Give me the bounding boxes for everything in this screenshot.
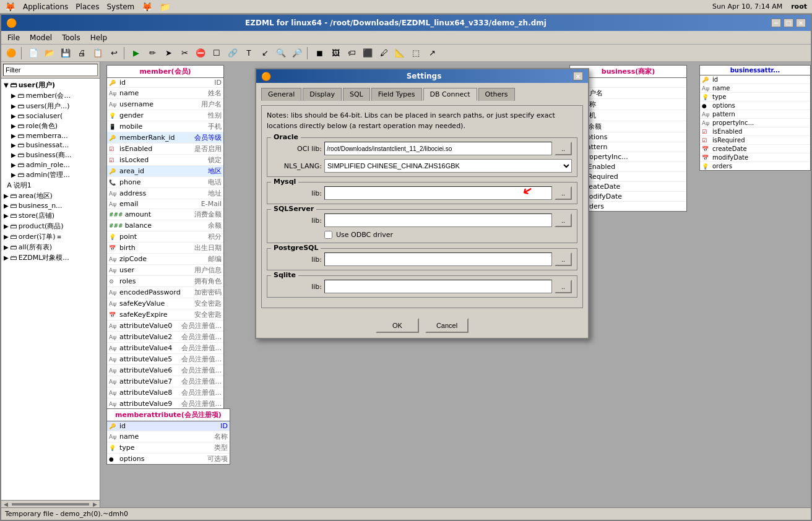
member-field-av7[interactable]: Aψ attributeValue7 会员注册值... bbox=[107, 376, 223, 387]
member-field-username[interactable]: Aψ username 用户名 bbox=[107, 99, 223, 110]
toolbar-text[interactable]: T bbox=[241, 46, 256, 60]
toolbar-link[interactable]: 🔗 bbox=[225, 46, 240, 60]
member-field-id[interactable]: 🔑 id ID bbox=[107, 78, 223, 88]
tree-item-admin[interactable]: ▶ 🗃 admin(管理... bbox=[10, 170, 98, 180]
tab-db-connect[interactable]: DB Connect bbox=[423, 88, 477, 101]
battr-field-orders[interactable]: 💡 orders bbox=[700, 162, 810, 170]
member-field-av9[interactable]: Aψ attributeValue9 会员注册值... bbox=[107, 398, 223, 409]
battr-field-modify[interactable]: 📅 modifyDate bbox=[700, 153, 810, 162]
menu-help[interactable]: Help bbox=[87, 32, 111, 43]
member-field-area[interactable]: 🔑 area_id 地区 bbox=[107, 166, 223, 177]
toolbar-edit[interactable]: ✏ bbox=[145, 46, 160, 60]
member-field-user[interactable]: Aψ user 用户信息 bbox=[107, 265, 223, 276]
maximize-button[interactable]: □ bbox=[784, 19, 793, 27]
member-field-av6[interactable]: Aψ attributeValue6 会员注册值... bbox=[107, 365, 223, 376]
ok-button[interactable]: OK bbox=[376, 318, 419, 333]
mysql-browse-button[interactable]: .. bbox=[555, 186, 572, 200]
ma-field-options[interactable]: ● options 可选项 bbox=[107, 454, 230, 464]
member-field-amount[interactable]: ### amount 消费金额 bbox=[107, 209, 223, 220]
toolbar-run[interactable]: ▶ bbox=[129, 46, 144, 60]
tree-item-note[interactable]: A 说明1 bbox=[2, 180, 98, 191]
system-menu[interactable]: System bbox=[106, 2, 134, 11]
tab-others[interactable]: Others bbox=[478, 88, 515, 101]
tree-item-ezdml[interactable]: ▶ 🗃 EZDML对象模... bbox=[2, 252, 98, 263]
battr-field-id[interactable]: 🔑 id bbox=[700, 75, 810, 84]
tree-item-store[interactable]: ▶ 🗃 store(店铺) bbox=[2, 210, 98, 221]
tree-item-user[interactable]: ▼ 🗃 user(用户) bbox=[2, 80, 98, 90]
toolbar-delete[interactable]: ⛔ bbox=[193, 46, 208, 60]
member-field-balance[interactable]: ### balance 余额 bbox=[107, 220, 223, 231]
sqlserver-browse-button[interactable]: .. bbox=[555, 213, 572, 227]
mysql-lib-input[interactable] bbox=[324, 186, 552, 200]
toolbar-block[interactable]: ⬛ bbox=[360, 46, 375, 60]
member-entity-header[interactable]: member(会员) bbox=[107, 66, 223, 78]
ma-field-type[interactable]: 💡 type 类型 bbox=[107, 442, 230, 454]
nls-lang-select[interactable]: SIMPLIFIED CHINESE_CHINA.ZHS16GBK bbox=[324, 159, 572, 173]
member-field-birth[interactable]: 📅 birth 出生日期 bbox=[107, 243, 223, 254]
member-field-locked[interactable]: ☑ isLocked 锁定 bbox=[107, 155, 223, 166]
dialog-close-button[interactable]: × bbox=[573, 72, 583, 80]
tab-general[interactable]: General bbox=[261, 88, 301, 101]
tab-display[interactable]: Display bbox=[303, 88, 342, 101]
battr-field-pattern[interactable]: Aψ pattern bbox=[700, 110, 810, 119]
firefox-icon[interactable]: 🦊 bbox=[142, 2, 152, 12]
toolbar-btn-0[interactable]: 🟠 bbox=[4, 46, 19, 60]
member-field-phone[interactable]: 📞 phone 电话 bbox=[107, 177, 223, 188]
member-field-safekey[interactable]: Aψ safeKeyValue 安全密匙 bbox=[107, 298, 223, 309]
ma-field-id[interactable]: 🔑 id ID bbox=[107, 421, 230, 431]
menu-file[interactable]: File bbox=[4, 32, 24, 43]
scroll-right[interactable]: ▶ bbox=[90, 501, 100, 507]
member-field-rank[interactable]: 🔑 memberRank_id 会员等级 bbox=[107, 132, 223, 144]
oci-lib-input[interactable] bbox=[324, 142, 552, 155]
toolbar-undo[interactable]: ↩ bbox=[106, 46, 121, 60]
tree-item-admin-role[interactable]: ▶ 🗃 admin_role... bbox=[10, 160, 98, 170]
member-field-roles[interactable]: ⚙ roles 拥有角色 bbox=[107, 276, 223, 287]
member-field-av4[interactable]: Aψ attributeValue4 会员注册值... bbox=[107, 343, 223, 354]
member-field-av5[interactable]: Aψ attributeValue5 会员注册值... bbox=[107, 354, 223, 365]
memberattribute-entity-header[interactable]: memberattribute(会员注册项) bbox=[107, 409, 230, 421]
close-button[interactable]: × bbox=[796, 19, 806, 27]
battr-field-type[interactable]: 💡 type bbox=[700, 93, 810, 101]
tree-item-role[interactable]: ▶ 🗃 role(角色) bbox=[10, 121, 98, 131]
toolbar-arrow[interactable]: ↗ bbox=[425, 46, 439, 60]
tree-item-member[interactable]: ▶ 🗃 member(会... bbox=[10, 90, 98, 101]
toolbar-select[interactable]: ➤ bbox=[161, 46, 176, 60]
odbc-label[interactable]: Use ODBC driver bbox=[336, 231, 393, 239]
tree-item-all[interactable]: ▶ 🗃 all(所有表) bbox=[2, 242, 98, 252]
sqlite-lib-input[interactable] bbox=[324, 280, 552, 293]
tree-item-users[interactable]: ▶ 🗃 users(用户...) bbox=[10, 101, 98, 111]
sqlite-browse-button[interactable]: .. bbox=[555, 280, 572, 293]
member-field-av0[interactable]: Aψ attributeValue0 会员注册值... bbox=[107, 321, 223, 332]
battr-field-prop[interactable]: Aψ propertyInc... bbox=[700, 119, 810, 127]
member-field-encoded[interactable]: Aψ encodedPassword 加密密码 bbox=[107, 287, 223, 298]
ma-field-name[interactable]: Aψ name 名称 bbox=[107, 431, 230, 442]
battr-field-options[interactable]: ● options bbox=[700, 101, 810, 110]
menu-tools[interactable]: Tools bbox=[58, 32, 84, 43]
tree-item-business-n[interactable]: ▶ 🗃 business_n... bbox=[2, 201, 98, 210]
member-field-mobile[interactable]: 📱 mobile 手机 bbox=[107, 121, 223, 132]
toolbar-img1[interactable]: ◼ bbox=[312, 46, 327, 60]
toolbar-grid[interactable]: ⬚ bbox=[408, 46, 423, 60]
member-field-email[interactable]: Aψ email E-Mail bbox=[107, 199, 223, 209]
member-field-gender[interactable]: 💡 gender 性别 bbox=[107, 110, 223, 121]
toolbar-save[interactable]: 💾 bbox=[58, 46, 73, 60]
menu-model[interactable]: Model bbox=[26, 32, 56, 43]
member-field-zip[interactable]: Aψ zipCode 邮编 bbox=[107, 254, 223, 265]
toolbar-pen[interactable]: 🖊 bbox=[376, 46, 391, 60]
tab-field-types[interactable]: Field Types bbox=[371, 88, 422, 101]
member-field-safeexp[interactable]: 📅 safeKeyExpire 安全密匙 bbox=[107, 309, 223, 321]
postgresql-browse-button[interactable]: .. bbox=[555, 252, 572, 266]
toolbar-copy[interactable]: 📋 bbox=[90, 46, 105, 60]
member-field-point[interactable]: 💡 point 积分 bbox=[107, 231, 223, 243]
member-field-address[interactable]: Aψ address 地址 bbox=[107, 188, 223, 199]
tree-item-product[interactable]: ▶ 🗃 product(商品) bbox=[2, 221, 98, 231]
tree-item-order[interactable]: ▶ 🗃 order(订单) ≡ bbox=[2, 231, 98, 242]
odbc-checkbox[interactable] bbox=[324, 231, 332, 239]
tab-sql[interactable]: SQL bbox=[343, 88, 370, 101]
toolbar-check[interactable]: ☐ bbox=[209, 46, 224, 60]
toolbar-img2[interactable]: 🖼 bbox=[328, 46, 343, 60]
sqlserver-lib-input[interactable] bbox=[324, 213, 552, 227]
cancel-button[interactable]: Cancel bbox=[425, 318, 469, 333]
battr-field-create[interactable]: 📅 createDate bbox=[700, 145, 810, 153]
tree-item-area[interactable]: ▶ 🗃 area(地区) bbox=[2, 191, 98, 201]
